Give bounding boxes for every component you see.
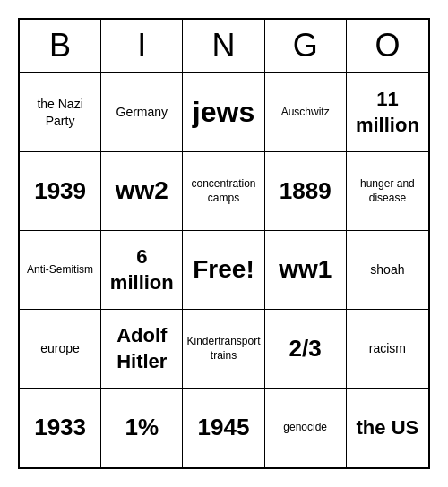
bingo-cell: Germany xyxy=(101,73,183,152)
cell-text: 6 million xyxy=(105,244,178,295)
cell-text: 1% xyxy=(125,413,159,443)
cell-text: 1939 xyxy=(34,176,86,207)
bingo-cell: concentration camps xyxy=(183,152,264,231)
bingo-cell: jews xyxy=(183,73,264,152)
cell-text: racism xyxy=(369,340,406,356)
bingo-grid: the Nazi PartyGermanyjewsAuschwitz11 mil… xyxy=(20,73,428,467)
bingo-cell: 1945 xyxy=(183,389,264,467)
cell-text: 1933 xyxy=(34,413,86,443)
cell-text: jews xyxy=(193,94,254,132)
cell-text: Adolf Hitler xyxy=(105,323,178,374)
cell-text: ww2 xyxy=(116,175,168,207)
cell-text: 1889 xyxy=(280,176,332,207)
bingo-cell: 1939 xyxy=(20,152,101,231)
cell-text: europe xyxy=(40,340,80,356)
bingo-cell: the Nazi Party xyxy=(20,73,101,152)
header-letter: I xyxy=(101,20,183,72)
bingo-cell: europe xyxy=(20,310,101,389)
bingo-cell: 1933 xyxy=(20,389,101,467)
cell-text: concentration camps xyxy=(186,177,260,205)
cell-text: the US xyxy=(357,415,419,441)
cell-text: Auschwitz xyxy=(281,106,330,120)
header-letter: O xyxy=(347,20,428,72)
bingo-cell: Kindertransport trains xyxy=(183,310,264,389)
cell-text: 11 million xyxy=(350,87,425,138)
bingo-cell: 1889 xyxy=(265,152,347,231)
cell-text: the Nazi Party xyxy=(23,96,97,128)
header-letter: B xyxy=(20,20,101,72)
bingo-cell: 6 million xyxy=(101,231,183,310)
bingo-cell: Auschwitz xyxy=(265,73,347,152)
cell-text: Kindertransport trains xyxy=(186,335,260,363)
cell-text: genocide xyxy=(283,421,327,435)
cell-text: 2/3 xyxy=(289,334,322,364)
bingo-cell: 2/3 xyxy=(265,310,347,389)
bingo-cell: ww1 xyxy=(265,231,347,310)
bingo-cell: 11 million xyxy=(347,73,428,152)
bingo-cell: Anti-Semitism xyxy=(20,231,101,310)
bingo-cell: the US xyxy=(347,389,428,467)
header-letter: G xyxy=(265,20,347,72)
cell-text: shoah xyxy=(370,261,404,278)
header-letter: N xyxy=(183,20,264,72)
cell-text: Free! xyxy=(193,253,254,286)
bingo-cell: 1% xyxy=(101,389,183,467)
cell-text: hunger and disease xyxy=(350,177,425,205)
bingo-cell: Adolf Hitler xyxy=(101,310,183,389)
cell-text: ww1 xyxy=(279,253,332,286)
bingo-cell: racism xyxy=(347,310,428,389)
bingo-cell: Free! xyxy=(183,231,264,310)
bingo-cell: genocide xyxy=(265,389,347,467)
cell-text: Germany xyxy=(116,104,168,120)
cell-text: Anti-Semitism xyxy=(27,263,93,278)
bingo-cell: ww2 xyxy=(101,152,183,231)
bingo-cell: hunger and disease xyxy=(347,152,428,231)
cell-text: 1945 xyxy=(198,413,250,443)
bingo-card: BINGO the Nazi PartyGermanyjewsAuschwitz… xyxy=(18,18,430,469)
bingo-header: BINGO xyxy=(20,20,428,73)
bingo-cell: shoah xyxy=(347,231,428,310)
